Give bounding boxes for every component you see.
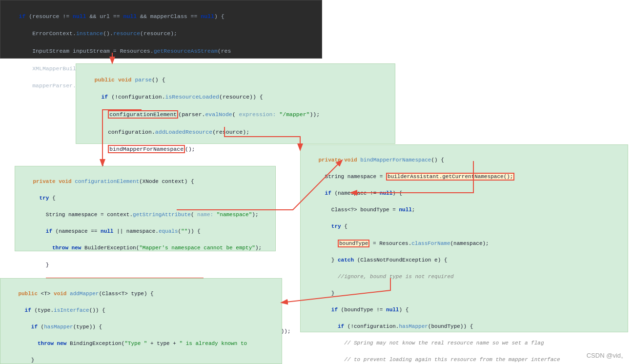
main-container: if (resource != null && url == null && m… xyxy=(0,0,633,364)
configuration-element-block: private void configurationElement(XNode … xyxy=(15,166,276,251)
top-code-block: if (resource != null && url == null && m… xyxy=(0,0,322,59)
add-mapper-block: public <T> void addMapper(Class<T> type)… xyxy=(0,278,282,364)
watermark: CSDN @vid。 xyxy=(587,351,627,360)
bind-mapper-block: private void bindMapperForNamespace() { … xyxy=(300,144,628,332)
parse-method-block: public void parse() { if (!configuration… xyxy=(76,63,395,144)
